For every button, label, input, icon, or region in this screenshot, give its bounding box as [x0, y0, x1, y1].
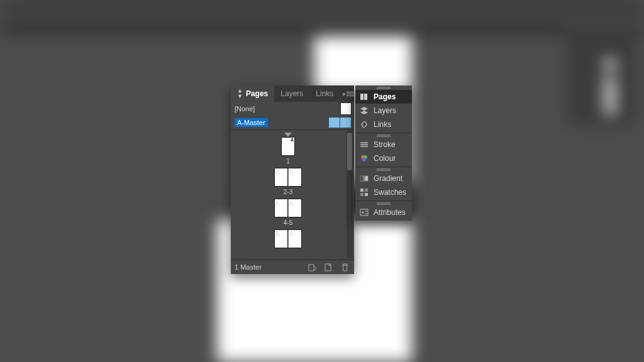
- dock-group-4: Attributes: [355, 200, 412, 221]
- dock-label: Colour: [374, 154, 396, 163]
- dock-drag-handle[interactable]: [355, 85, 412, 90]
- trash-icon: [341, 263, 349, 272]
- new-page-icon: [325, 263, 333, 272]
- master-marker: A: [275, 168, 280, 177]
- stroke-icon: [359, 140, 369, 149]
- dock-item-stroke[interactable]: Stroke: [355, 138, 412, 151]
- page-thumb-2-3[interactable]: A A: [274, 168, 302, 187]
- svg-rect-10: [360, 193, 364, 196]
- edit-page-size-button[interactable]: [306, 263, 318, 272]
- collapse-panel-button[interactable]: ››: [340, 85, 347, 102]
- dock-item-swatches[interactable]: Swatches: [355, 185, 412, 199]
- dock-label: Attributes: [374, 208, 406, 217]
- svg-rect-3: [364, 94, 367, 100]
- svg-rect-0: [309, 265, 314, 271]
- layers-icon: [359, 106, 369, 115]
- master-a-row[interactable]: A-Master: [231, 116, 354, 129]
- spread-marker-icon: [284, 133, 292, 137]
- attributes-icon: [359, 208, 369, 217]
- svg-rect-11: [365, 193, 368, 196]
- tab-label: Layers: [280, 89, 303, 98]
- master-none-thumb: [340, 102, 352, 115]
- dock-drag-handle[interactable]: [355, 133, 412, 138]
- page-thumb-6-7[interactable]: A A: [274, 229, 302, 248]
- page-thumb-1[interactable]: A: [281, 137, 295, 156]
- master-none-row[interactable]: [None]: [231, 102, 354, 116]
- master-marker: A: [289, 168, 294, 177]
- svg-rect-2: [360, 94, 364, 100]
- tab-layers[interactable]: Layers: [274, 85, 309, 102]
- svg-rect-8: [360, 189, 364, 192]
- tab-label: Pages: [246, 89, 268, 98]
- swatches-icon: [359, 188, 369, 197]
- master-label: [None]: [235, 105, 336, 112]
- dock-label: Swatches: [374, 188, 406, 197]
- dock-group-2: Stroke Colour: [355, 133, 412, 167]
- master-marker: A: [275, 199, 280, 208]
- dock-label: Stroke: [374, 140, 396, 149]
- tab-links[interactable]: Links: [309, 85, 340, 102]
- links-icon: [359, 120, 369, 129]
- master-marker: A: [289, 230, 294, 239]
- pages-icon: [359, 92, 369, 101]
- dock-item-attributes[interactable]: Attributes: [355, 206, 412, 219]
- menu-icon: [347, 92, 354, 96]
- panel-tabbar: ▲▼ Pages Layers Links ››: [231, 85, 354, 102]
- master-a-thumb: [328, 117, 352, 128]
- svg-point-6: [362, 158, 366, 162]
- dock-item-layers[interactable]: Layers: [355, 104, 412, 118]
- tab-label: Links: [316, 89, 333, 98]
- svg-rect-12: [360, 209, 368, 216]
- panel-footer: 1 Master: [231, 260, 354, 274]
- panel-menu-button[interactable]: [347, 85, 354, 102]
- dock-item-gradient[interactable]: Gradient: [355, 172, 412, 185]
- gradient-icon: [359, 174, 369, 183]
- masters-section: [None] A-Master: [231, 102, 354, 130]
- svg-point-13: [362, 212, 364, 214]
- pages-panel: ▲▼ Pages Layers Links ›› [None] A-Master…: [231, 85, 354, 274]
- dock-label: Links: [374, 120, 391, 129]
- page-label: 4-5: [284, 219, 292, 226]
- colour-icon: [359, 154, 369, 163]
- svg-rect-1: [325, 264, 331, 271]
- master-marker: A: [291, 138, 294, 142]
- new-page-button[interactable]: [323, 263, 334, 272]
- pages-list: A 1 A A 2-3 A A 4-5 A A: [231, 130, 354, 260]
- footer-status: 1 Master: [235, 263, 301, 271]
- dock-drag-handle[interactable]: [355, 201, 412, 206]
- pages-scrollbar[interactable]: [347, 131, 353, 258]
- page-size-icon: [308, 263, 317, 272]
- page-thumb-4-5[interactable]: A A: [274, 199, 302, 217]
- master-label: A-Master: [235, 118, 268, 127]
- page-label: 1: [286, 158, 290, 165]
- page-label: 2-3: [284, 189, 292, 195]
- dock-label: Layers: [374, 106, 396, 115]
- master-marker: A: [275, 230, 280, 239]
- dock-group-1: Pages Layers Links: [355, 85, 412, 133]
- dock-item-colour[interactable]: Colour: [355, 151, 412, 165]
- delete-page-button[interactable]: [339, 263, 350, 272]
- master-marker: A: [289, 199, 294, 208]
- dock-group-3: Gradient Swatches: [355, 167, 412, 200]
- svg-rect-7: [360, 176, 368, 181]
- svg-rect-9: [365, 189, 368, 192]
- tab-pages[interactable]: ▲▼ Pages: [231, 85, 274, 102]
- dock-drag-handle[interactable]: [355, 167, 412, 172]
- panel-dock: Pages Layers Links Stroke Colour Gradien…: [355, 85, 412, 221]
- dock-item-links[interactable]: Links: [355, 118, 412, 131]
- dock-item-pages[interactable]: Pages: [355, 90, 412, 104]
- chevron-right-icon: ››: [342, 90, 344, 97]
- dock-label: Pages: [374, 92, 396, 101]
- dock-label: Gradient: [374, 174, 402, 183]
- sort-icon: ▲▼: [237, 88, 243, 99]
- scrollbar-thumb[interactable]: [347, 133, 352, 170]
